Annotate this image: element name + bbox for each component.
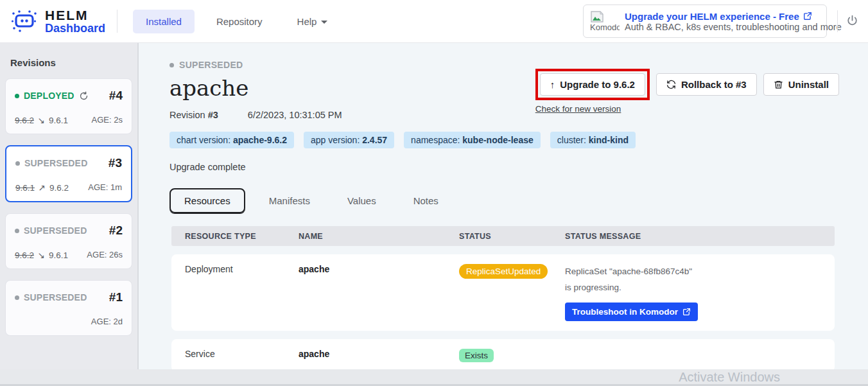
trash-icon [774,80,783,89]
main-nav: Installed Repository Help [133,10,340,33]
power-icon[interactable] [846,14,859,28]
external-link-icon [682,308,691,316]
bottom-bar: Activate Windows [0,369,868,386]
revision-number: #4 [109,89,123,103]
revision-number: #2 [109,224,123,238]
resources-table: RESOURCE TYPE NAME STATUS STATUS MESSAGE… [171,226,835,372]
tab-repository[interactable]: Repository [204,10,275,33]
uninstall-button[interactable]: Uninstall [763,73,839,96]
troubleshoot-button[interactable]: Troubleshoot in Komodor [565,303,698,321]
upgrade-arrow-icon: ↗ [39,183,46,193]
status-dot [15,161,20,166]
logo-subtitle: Dashboard [45,22,105,35]
tab-notes[interactable]: Notes [400,189,452,212]
table-row: Deployment apache ReplicaSetUpdated Repl… [171,254,835,331]
revision-status: SUPERSEDED [24,225,87,236]
revision-versions: 9.6.2 ↘ 9.6.1 [15,250,68,260]
topbar-divider [117,10,117,33]
revision-age: AGE: 26s [87,250,123,259]
sidebar-title: Revisions [10,57,132,68]
revision-status: SUPERSEDED [24,292,87,303]
table-row: Service apache Exists [171,339,835,372]
status-dot [169,63,174,67]
tab-installed[interactable]: Installed [133,10,195,33]
revision-date: 6/2/2023, 10:31:05 PM [248,110,342,120]
check-new-version-link[interactable]: Check for new version [535,104,650,114]
revision-number: #3 [108,156,122,170]
namespace-chip: namespace: kube-node-lease [404,132,541,148]
logo-title: HELM [45,8,105,22]
banner-title: Upgrade your HELM experience - Free [625,11,842,22]
revision-number: #1 [109,290,123,304]
downgrade-arrow-icon: ↘ [38,250,45,260]
upgrade-button[interactable]: ↑ Upgrade to 9.6.2 [540,73,645,96]
resource-type: Service [185,349,299,359]
resource-name: apache [299,349,459,359]
release-detail-panel: SUPERSEDED apache Revision #3 6/2/2023, … [139,43,868,369]
tab-resources[interactable]: Resources [169,188,245,213]
broken-image-icon [590,11,620,22]
revision-card-4[interactable]: DEPLOYED #4 9.6.2 ↘ 9.6.1 AGE: 2s [5,78,132,134]
tab-manifests[interactable]: Manifests [256,189,324,212]
chart-version-chip: chart version: apache-9.6.2 [169,132,294,148]
tab-values[interactable]: Values [334,189,390,212]
revision-versions: 9.6.1 ↗ 9.6.2 [15,182,69,193]
resource-type: Deployment [185,264,299,274]
top-nav-bar: HELM Dashboard Installed Repository Help… [0,0,868,43]
revisions-sidebar: Revisions DEPLOYED #4 9.6.2 ↘ 9.6.1 AGE:… [0,43,139,369]
highlight-box: ↑ Upgrade to 9.6.2 [535,69,650,100]
downgrade-arrow-icon: ↘ [38,116,45,125]
status-dot [15,94,19,98]
revision-status: DEPLOYED [24,91,74,101]
menu-help[interactable]: Help [284,10,341,33]
status-badge: Exists [459,349,494,362]
release-actions: ↑ Upgrade to 9.6.2 Check for new version… [535,69,839,114]
helm-dashboard-logo[interactable]: HELM Dashboard [10,8,105,35]
revision-age: AGE: 2d [91,317,123,326]
up-arrow-icon: ↑ [550,79,555,90]
revision-versions: 9.6.2 ↘ 9.6.1 [15,115,68,125]
cluster-chip: cluster: kind-kind [550,132,636,148]
status-dot [15,229,19,233]
chevron-down-icon [321,21,327,24]
status-dot [15,295,19,300]
status-badge: ReplicaSetUpdated [459,264,548,279]
banner-subtitle: Auth & RBAC, k8s events, troubleshooting… [625,22,842,32]
reload-icon[interactable] [79,91,89,101]
detail-tabs: Resources Manifests Values Notes [169,188,868,213]
power-divider [837,10,838,32]
app-version-chip: app version: 2.4.57 [304,132,394,148]
release-metadata-chips: chart version: apache-9.6.2 app version:… [169,132,868,148]
release-status-text: Upgrade complete [169,162,868,172]
resource-name: apache [299,264,459,274]
revision-age: AGE: 2s [92,115,123,125]
revision-status: SUPERSEDED [24,158,87,168]
revision-number: #3 [208,110,218,120]
activate-windows-watermark: Activate Windows [679,370,780,385]
banner-image-alt: Komodor [590,22,620,32]
status-message: ReplicaSet "apache-68fb867c4b" is progre… [565,264,700,296]
rollback-button[interactable]: Rollback to #3 [656,73,757,96]
revision-card-2[interactable]: SUPERSEDED #2 9.6.2 ↘ 9.6.1 AGE: 26s [5,213,132,269]
revision-age: AGE: 1m [88,182,122,192]
table-header: RESOURCE TYPE NAME STATUS STATUS MESSAGE [171,226,835,246]
revision-card-1[interactable]: SUPERSEDED #1 AGE: 2d [5,280,132,336]
helm-robot-icon [10,8,39,34]
revision-card-3[interactable]: SUPERSEDED #3 9.6.1 ↗ 9.6.2 AGE: 1m [5,145,132,202]
komodor-upgrade-banner[interactable]: Komodor Upgrade your HELM experience - F… [583,4,827,38]
rollback-icon [666,80,676,89]
external-link-icon [803,12,812,21]
